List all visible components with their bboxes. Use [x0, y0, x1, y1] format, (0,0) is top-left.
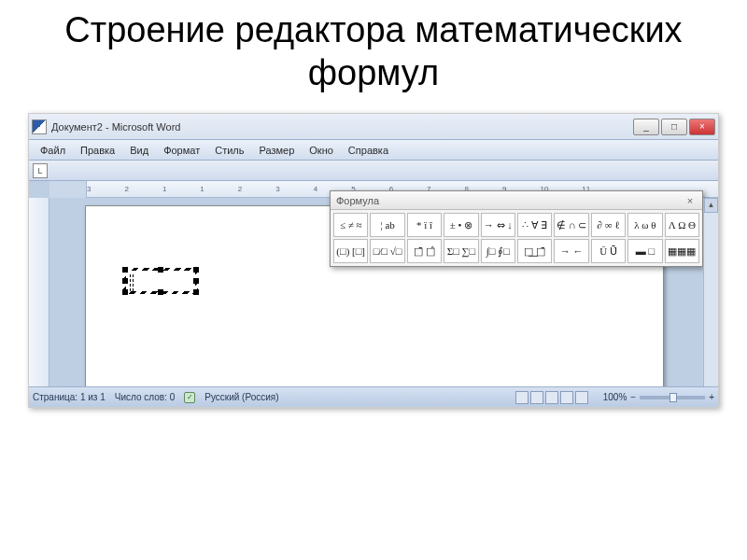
resize-handle[interactable] [122, 267, 128, 273]
maximize-button[interactable]: □ [661, 119, 687, 135]
view-mode-icons [515, 391, 588, 404]
resize-handle[interactable] [193, 289, 199, 295]
status-page[interactable]: Страница: 1 из 1 [33, 392, 106, 402]
spellcheck-icon[interactable]: ✓ [184, 392, 195, 403]
titlebar: Документ2 - Microsoft Word _ □ × [29, 114, 718, 140]
app-icon [32, 119, 47, 134]
ruler-corner [49, 181, 87, 198]
window-controls: _ □ × [633, 119, 715, 135]
ruler-tick: 2 [124, 185, 128, 193]
zoom-level[interactable]: 100% [603, 392, 627, 402]
window-title: Документ2 - Microsoft Word [51, 121, 633, 133]
template-fraction[interactable]: □⁄□ √□ [370, 239, 404, 263]
view-print-icon[interactable] [515, 391, 529, 404]
ruler-tick: 4 [314, 185, 317, 193]
ruler-tick: 1 [200, 185, 204, 193]
resize-handle[interactable] [158, 289, 163, 295]
template-fences[interactable]: (□) [□] [333, 239, 368, 263]
resize-handle[interactable] [193, 267, 199, 273]
zoom-out-button[interactable]: − [630, 392, 636, 402]
slide-title: Строение редактора математических формул [0, 0, 747, 113]
minimize-button[interactable]: _ [633, 119, 659, 135]
symbol-spaces[interactable]: ¦ ab [370, 213, 404, 237]
symbol-logic[interactable]: ∴ ∀ ∃ [517, 213, 552, 237]
ruler-tick: 3 [275, 185, 279, 193]
symbol-set[interactable]: ∉ ∩ ⊂ [554, 213, 588, 237]
template-overbar[interactable]: □͟ □̄ [517, 239, 552, 263]
view-outline-icon[interactable] [560, 391, 573, 404]
equation-object[interactable] [123, 268, 198, 294]
resize-handle[interactable] [122, 278, 128, 284]
symbol-relational[interactable]: ≤ ≠ ≈ [333, 213, 368, 237]
symbol-embellish[interactable]: * ï î [407, 213, 442, 237]
formula-palette: Формула × ≤ ≠ ≈ ¦ ab * ï î ± • ⊗ → ⇔ ↓ ∴… [330, 190, 703, 267]
view-web-icon[interactable] [545, 391, 558, 404]
zoom-controls: 100% − + [603, 392, 714, 402]
ruler-tick: 2 [238, 185, 242, 193]
symbol-greek-upper[interactable]: Λ Ω Θ [665, 213, 699, 237]
vertical-scrollbar[interactable]: ▲ [703, 198, 718, 386]
ruler-tick: 1 [162, 185, 166, 193]
document-area: 3 2 1 1 2 3 4 5 6 7 8 9 10 11 [29, 181, 718, 386]
palette-grid: ≤ ≠ ≈ ¦ ab * ï î ± • ⊗ → ⇔ ↓ ∴ ∀ ∃ ∉ ∩ ⊂… [331, 210, 702, 266]
palette-close-icon[interactable]: × [684, 194, 697, 207]
template-integral[interactable]: ∫□ ∮□ [481, 239, 515, 263]
vertical-ruler[interactable] [29, 198, 49, 386]
view-mode-button[interactable]: L [33, 163, 48, 178]
menu-style[interactable]: Стиль [207, 142, 251, 159]
template-matrix-small[interactable]: ▬ □ [627, 239, 662, 263]
template-script[interactable]: □̄ □̂ [407, 239, 442, 263]
symbol-operators[interactable]: ± • ⊗ [444, 213, 478, 237]
status-words[interactable]: Число слов: 0 [115, 392, 175, 402]
close-button[interactable]: × [689, 119, 715, 135]
menu-size[interactable]: Размер [251, 142, 302, 159]
ruler-tick: 3 [87, 185, 91, 193]
menu-window[interactable]: Окно [302, 142, 341, 159]
scroll-up-icon[interactable]: ▲ [704, 198, 718, 213]
menu-bar: Файл Правка Вид Формат Стиль Размер Окно… [29, 140, 718, 161]
menu-file[interactable]: Файл [33, 142, 73, 159]
palette-title: Формула [336, 195, 684, 206]
status-bar: Страница: 1 из 1 Число слов: 0 ✓ Русский… [29, 386, 718, 407]
zoom-slider[interactable] [640, 396, 705, 399]
view-draft-icon[interactable] [575, 391, 588, 404]
word-window: Документ2 - Microsoft Word _ □ × Файл Пр… [28, 113, 719, 408]
symbol-misc[interactable]: ∂ ∞ ℓ [591, 213, 626, 237]
menu-help[interactable]: Справка [341, 142, 396, 159]
resize-handle[interactable] [158, 267, 163, 273]
status-language[interactable]: Русский (Россия) [204, 392, 278, 402]
equation-cursor [130, 274, 134, 291]
palette-titlebar[interactable]: Формула × [331, 191, 702, 210]
template-sum[interactable]: Σ□ ∑□ [444, 239, 478, 263]
template-products[interactable]: Ū Ū̇ [591, 239, 626, 263]
zoom-thumb[interactable] [669, 393, 677, 402]
resize-handle[interactable] [193, 278, 199, 284]
symbol-arrows[interactable]: → ⇔ ↓ [481, 213, 515, 237]
menu-edit[interactable]: Правка [73, 142, 122, 159]
template-labeled-arrow[interactable]: → ← [554, 239, 588, 263]
menu-format[interactable]: Формат [156, 142, 207, 159]
view-read-icon[interactable] [530, 391, 543, 404]
symbol-greek-lower[interactable]: λ ω θ [627, 213, 662, 237]
template-matrix[interactable]: ▦▦▦ [665, 239, 699, 263]
resize-handle[interactable] [122, 289, 128, 295]
toolbar: L [29, 161, 718, 181]
zoom-in-button[interactable]: + [709, 392, 714, 402]
menu-view[interactable]: Вид [122, 142, 156, 159]
